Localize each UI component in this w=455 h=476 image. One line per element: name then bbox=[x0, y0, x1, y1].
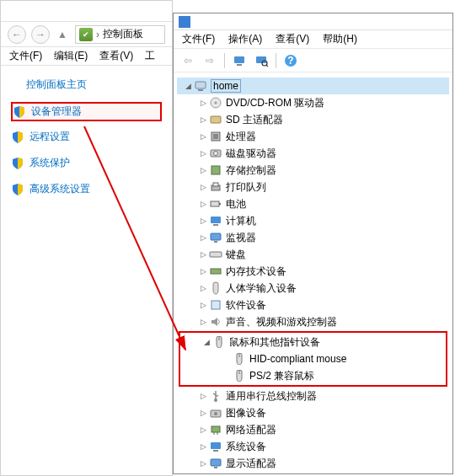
tree-node-mouse[interactable]: ◢ 鼠标和其他指针设备 bbox=[180, 334, 446, 350]
tree-node[interactable]: ▷通用串行总线控制器 bbox=[177, 388, 449, 404]
svg-rect-21 bbox=[211, 217, 221, 223]
control-panel-icon: ✔ bbox=[79, 28, 93, 41]
expand-icon[interactable]: ▷ bbox=[197, 200, 209, 208]
tree-root[interactable]: ◢ home bbox=[177, 78, 449, 94]
tree-node-label: 监视器 bbox=[226, 231, 256, 245]
tree-node[interactable]: ▷处理器 bbox=[177, 128, 449, 145]
forward-icon[interactable]: ⇨ bbox=[202, 53, 217, 68]
battery-icon bbox=[209, 197, 222, 211]
expand-icon[interactable]: ▷ bbox=[197, 301, 209, 309]
expand-icon[interactable]: ▷ bbox=[197, 442, 209, 451]
tree-node-label: 显示适配器 bbox=[226, 457, 276, 471]
tree-node[interactable]: ▷SD 主适配器 bbox=[177, 111, 449, 128]
menu-help[interactable]: 帮助(H) bbox=[323, 32, 357, 46]
tree-leaf-hid-mouse[interactable]: HID-compliant mouse bbox=[180, 350, 446, 367]
disk-icon bbox=[209, 147, 222, 160]
scan-icon[interactable] bbox=[254, 53, 269, 68]
cpu-icon bbox=[209, 130, 222, 143]
tree-node[interactable]: ▷DVD/CD-ROM 驱动器 bbox=[177, 94, 449, 111]
network-icon bbox=[209, 423, 222, 436]
expand-icon[interactable]: ▷ bbox=[197, 459, 209, 468]
back-icon[interactable]: ⇦ bbox=[180, 53, 195, 68]
expand-icon[interactable]: ▷ bbox=[197, 115, 209, 124]
cp-item-device-manager[interactable]: 设备管理器 bbox=[11, 102, 162, 121]
cp-home-link[interactable]: 控制面板主页 bbox=[26, 78, 162, 92]
address-bar[interactable]: ✔ › 控制面板 bbox=[75, 25, 165, 44]
expand-icon[interactable]: ▷ bbox=[197, 217, 209, 225]
svg-rect-26 bbox=[211, 269, 221, 274]
tree-node[interactable]: ▷系统设备 bbox=[177, 438, 449, 455]
tree-node[interactable]: ▷键盘 bbox=[177, 246, 449, 263]
menu-action[interactable]: 操作(A) bbox=[228, 32, 262, 46]
tree-node-label: 图像设备 bbox=[226, 406, 266, 420]
tree-node[interactable]: ▷磁盘驱动器 bbox=[177, 145, 449, 162]
storage-icon bbox=[209, 163, 222, 177]
tree-node[interactable]: ▷软件设备 bbox=[177, 297, 449, 313]
expand-icon[interactable]: ▷ bbox=[197, 183, 209, 191]
tree-node-label: SD 主适配器 bbox=[226, 113, 283, 127]
expand-icon[interactable]: ▷ bbox=[197, 132, 209, 141]
tree-node[interactable]: ▷图像设备 bbox=[177, 404, 449, 421]
expand-icon[interactable]: ▷ bbox=[197, 233, 209, 242]
help-icon[interactable]: ? bbox=[283, 53, 298, 68]
cp-item-remote[interactable]: 远程设置 bbox=[11, 126, 162, 147]
tree-node-label: 存储控制器 bbox=[226, 163, 276, 178]
cp-item-advanced[interactable]: 高级系统设置 bbox=[11, 179, 162, 200]
expand-icon[interactable]: ▷ bbox=[197, 99, 209, 107]
tree-node[interactable]: ▷打印队列 bbox=[177, 179, 449, 195]
shield-icon bbox=[13, 105, 26, 119]
tree-leaf-ps2-mouse[interactable]: PS/2 兼容鼠标 bbox=[180, 367, 446, 384]
back-button[interactable]: ← bbox=[8, 25, 26, 44]
disc-icon bbox=[209, 96, 222, 110]
expand-icon[interactable]: ▷ bbox=[197, 149, 209, 158]
monitor-icon bbox=[209, 231, 222, 244]
expand-icon[interactable]: ▷ bbox=[197, 250, 209, 259]
tree-node[interactable]: ▷声音、视频和游戏控制器 bbox=[177, 313, 449, 330]
breadcrumb-sep-icon: › bbox=[96, 29, 99, 40]
computer-icon bbox=[209, 214, 222, 227]
forward-button[interactable]: → bbox=[31, 25, 50, 44]
svg-rect-20 bbox=[219, 203, 221, 205]
menu-view[interactable]: 查看(V) bbox=[276, 32, 309, 46]
menu-file[interactable]: 文件(F) bbox=[182, 32, 215, 46]
tree-node[interactable]: ▷计算机 bbox=[177, 212, 449, 229]
expand-icon[interactable]: ▷ bbox=[197, 284, 209, 292]
cp-item-protection[interactable]: 系统保护 bbox=[11, 152, 162, 174]
up-button[interactable]: ▲ bbox=[55, 27, 70, 42]
svg-rect-23 bbox=[211, 233, 221, 240]
software-icon bbox=[209, 298, 222, 312]
device-tree[interactable]: ◢ home ▷DVD/CD-ROM 驱动器▷SD 主适配器▷处理器▷磁盘驱动器… bbox=[174, 72, 452, 473]
tree-node[interactable]: ▷监视器 bbox=[177, 229, 449, 246]
card-icon bbox=[209, 113, 222, 126]
tree-node-label: 计算机 bbox=[226, 214, 256, 228]
tree-node[interactable]: ▷电池 bbox=[177, 195, 449, 212]
menu-file[interactable]: 文件(F) bbox=[9, 49, 42, 63]
tree-node[interactable]: ▷网络适配器 bbox=[177, 421, 449, 438]
tree-node-label: 鼠标和其他指针设备 bbox=[229, 335, 320, 350]
menu-view[interactable]: 查看(V) bbox=[99, 49, 133, 63]
tree-node[interactable]: ▷显示适配器 bbox=[177, 455, 449, 472]
cp-item-label: 高级系统设置 bbox=[29, 182, 90, 196]
expand-icon[interactable]: ▷ bbox=[197, 267, 209, 275]
menu-edit[interactable]: 编辑(E) bbox=[54, 49, 88, 63]
shield-icon bbox=[11, 131, 24, 144]
svg-rect-39 bbox=[213, 450, 218, 452]
tree-node[interactable]: ▷内存技术设备 bbox=[177, 263, 449, 280]
expand-icon[interactable]: ▷ bbox=[197, 166, 209, 174]
tree-node[interactable]: ▷存储控制器 bbox=[177, 162, 449, 179]
collapse-icon[interactable]: ◢ bbox=[201, 338, 212, 346]
menu-tools[interactable]: 工 bbox=[145, 49, 155, 63]
tree-node[interactable]: ▷人体学输入设备 bbox=[177, 280, 449, 297]
expand-icon[interactable]: ▷ bbox=[197, 392, 209, 400]
computer-icon[interactable] bbox=[232, 53, 247, 68]
computer-icon bbox=[194, 79, 207, 93]
svg-rect-1 bbox=[237, 64, 242, 66]
expand-icon[interactable]: ▷ bbox=[197, 318, 209, 326]
svg-rect-11 bbox=[211, 116, 221, 123]
collapse-icon[interactable]: ◢ bbox=[182, 82, 194, 90]
expand-icon[interactable]: ▷ bbox=[197, 425, 209, 434]
mouse-icon bbox=[233, 369, 246, 382]
imaging-icon bbox=[209, 406, 222, 420]
expand-icon[interactable]: ▷ bbox=[197, 409, 209, 417]
hid-icon bbox=[209, 281, 222, 295]
